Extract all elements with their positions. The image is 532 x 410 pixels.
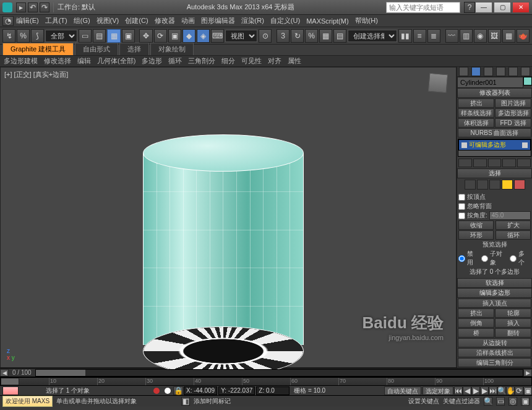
subobj-border[interactable] xyxy=(489,180,500,190)
viewport[interactable]: [+] [正交] [真实+边面] zx y Baidu 经验 jingyan.b… xyxy=(0,67,457,368)
tb-left-arrow[interactable]: ◀ xyxy=(0,369,9,377)
stack-item-editable-poly[interactable]: 可编辑多边形 xyxy=(458,139,531,150)
subobj-polygon[interactable] xyxy=(502,180,513,190)
nav-orbit2-icon[interactable]: ◎ xyxy=(508,397,517,406)
btn-ep-bevel[interactable]: 倒角 xyxy=(458,318,494,328)
menu-modifiers[interactable]: 修改器 xyxy=(155,16,175,25)
show-end-result-icon[interactable] xyxy=(473,159,487,167)
sub-polymodel[interactable]: 多边形建模 xyxy=(4,56,38,66)
subobj-element[interactable] xyxy=(514,180,525,190)
close-button[interactable]: ✕ xyxy=(512,2,530,13)
btn-ffdsel[interactable]: FFD 选择 xyxy=(495,118,531,128)
unlink-icon[interactable]: % xyxy=(17,29,30,43)
minimize-button[interactable]: — xyxy=(475,2,492,13)
nav-pan-icon[interactable]: ✋ xyxy=(506,386,515,395)
tab-selection[interactable]: 选择 xyxy=(119,43,149,55)
cb-by-angle[interactable] xyxy=(458,212,465,219)
nav-zoom2-icon[interactable]: 🔍 xyxy=(484,397,492,406)
tab-graphite[interactable]: Graphite 建模工具 xyxy=(2,43,74,55)
rb-multi[interactable] xyxy=(510,255,517,262)
menu-render[interactable]: 渲染(R) xyxy=(241,16,264,25)
btn-ring[interactable]: 环形 xyxy=(458,230,494,240)
play-icon[interactable]: ▶ xyxy=(471,386,480,395)
viewcube[interactable] xyxy=(428,73,448,94)
select-region-icon[interactable]: ▦ xyxy=(107,29,120,43)
keyboard-shortcut-icon[interactable]: ⌨ xyxy=(211,29,224,43)
menu-view[interactable]: 视图(V) xyxy=(97,16,119,25)
lock-icon[interactable]: 🔒 xyxy=(173,386,183,395)
move-icon[interactable]: ✥ xyxy=(139,29,152,43)
play-end-icon[interactable]: ⏭ xyxy=(489,386,497,395)
nav-max2-icon[interactable]: ▣ xyxy=(521,397,530,406)
hierarchy-tab-icon[interactable] xyxy=(484,67,493,76)
add-time-tag[interactable]: 添加时间标记 xyxy=(194,397,231,406)
menu-customize[interactable]: 自定义(U) xyxy=(270,16,300,25)
configure-sets-icon[interactable] xyxy=(517,159,531,167)
rollout-selection[interactable]: 选择 xyxy=(457,168,532,178)
sub-modifysel[interactable]: 修改选择 xyxy=(44,56,71,66)
rotate-icon[interactable]: ⟳ xyxy=(154,29,167,43)
app-menu-button[interactable]: ◔ xyxy=(2,16,14,26)
select-icon[interactable]: ▭ xyxy=(79,29,92,43)
render-icon[interactable]: 🫖 xyxy=(517,29,530,43)
setkey-button[interactable]: 设置关键点 xyxy=(408,397,439,406)
maximize-button[interactable]: ▢ xyxy=(494,2,511,13)
nav-max-icon[interactable]: ▣ xyxy=(523,386,532,395)
menu-help[interactable]: 帮助(H) xyxy=(355,16,378,25)
help-search-input[interactable] xyxy=(386,2,460,13)
rollout-softselection[interactable]: 软选择 xyxy=(457,278,532,288)
mirror-icon[interactable]: ▮▮ xyxy=(398,29,411,43)
snap-toggle-icon[interactable]: 3 xyxy=(277,29,290,43)
play-next-icon[interactable]: ▶ xyxy=(480,386,489,395)
modify-tab-icon[interactable] xyxy=(471,67,481,76)
cb-ignore-back[interactable] xyxy=(458,203,465,210)
quick-access-icons[interactable]: ▸ ↶ ↷ xyxy=(16,2,49,12)
menu-tools[interactable]: 工具(T) xyxy=(45,16,67,25)
btn-extrude[interactable]: 挤出 xyxy=(458,98,494,108)
coord-x[interactable]: X: -44.009 xyxy=(184,386,217,395)
autokey-button[interactable]: 自动关键点 xyxy=(384,386,421,395)
btn-nurbs[interactable]: NURBS 曲面选择 xyxy=(458,128,531,137)
btn-ep-bridge[interactable]: 桥 xyxy=(458,328,494,338)
btn-spline-extrude[interactable]: 沿样条线挤出 xyxy=(458,348,531,357)
tab-objpaint[interactable]: 对象绘制 xyxy=(150,43,194,55)
btn-ep-outline[interactable]: 轮廓 xyxy=(495,308,531,318)
btn-edit-tri[interactable]: 编辑三角剖分 xyxy=(458,358,531,367)
menu-edit[interactable]: 编辑(E) xyxy=(16,16,39,25)
tab-freeform[interactable]: 自由形式 xyxy=(75,43,118,55)
btn-polysel[interactable]: 多边形选择 xyxy=(495,108,531,118)
spinner-snap-icon[interactable]: ▦ xyxy=(319,29,332,43)
select-name-icon[interactable]: ▤ xyxy=(93,29,106,43)
subobj-edge[interactable] xyxy=(477,180,488,190)
object-name-field[interactable]: Cylinder001 xyxy=(457,77,523,88)
select-link-icon[interactable]: ↯ xyxy=(2,29,15,43)
window-crossing-icon[interactable]: ▣ xyxy=(122,29,135,43)
coord-z[interactable]: Z: 0.0 xyxy=(256,386,290,395)
sub-visibility[interactable]: 可见性 xyxy=(241,56,262,66)
sub-loop[interactable]: 循环 xyxy=(168,56,182,66)
rb-subobj[interactable] xyxy=(481,255,488,262)
bind-icon[interactable]: ⟆ xyxy=(31,29,44,43)
object-color-swatch[interactable] xyxy=(523,77,532,85)
remove-mod-icon[interactable] xyxy=(502,159,516,167)
play-start-icon[interactable]: ⏮ xyxy=(454,386,463,395)
coord-y[interactable]: Y: -222.037 xyxy=(218,386,255,395)
schematic-view-icon[interactable]: ▥ xyxy=(460,29,473,43)
nav-zoom-icon[interactable]: 🔍 xyxy=(497,386,506,395)
keyfilter-button[interactable]: 关键点过滤器 xyxy=(443,397,480,406)
btn-from-edge[interactable]: 从边旋转 xyxy=(458,338,531,347)
subobj-vertex[interactable] xyxy=(465,180,476,190)
selection-filter[interactable]: 全部 xyxy=(45,30,77,42)
percent-snap-icon[interactable]: % xyxy=(305,29,318,43)
help-icon[interactable]: ? xyxy=(464,2,475,13)
align-icon[interactable]: ≡ xyxy=(413,29,426,43)
create-tab-icon[interactable] xyxy=(459,67,468,76)
selkey-button[interactable]: 选定对象 xyxy=(423,386,453,395)
curve-editor-icon[interactable]: 〰 xyxy=(445,29,458,43)
sub-tri[interactable]: 三角剖分 xyxy=(188,56,215,66)
nav-orbit-icon[interactable]: ⟳ xyxy=(515,386,523,395)
time-ruler[interactable]: 0102030405060708090100 xyxy=(0,377,532,385)
named-selection-set[interactable]: 创建选择集 xyxy=(348,30,397,42)
workspace-label[interactable]: 工作台: 默认 xyxy=(58,2,95,12)
viewport-label[interactable]: [+] [正交] [真实+边面] xyxy=(4,70,68,79)
